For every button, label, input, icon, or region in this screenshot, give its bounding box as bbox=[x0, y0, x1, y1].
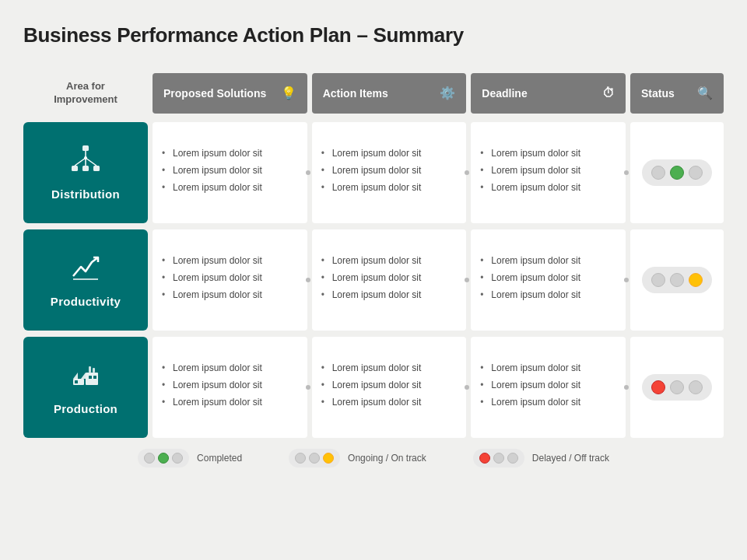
distribution-proposed-list: Lorem ipsum dolor sit Lorem ipsum dolor … bbox=[160, 147, 296, 198]
list-item: Lorem ipsum dolor sit bbox=[479, 396, 615, 409]
light-3 bbox=[689, 273, 703, 287]
list-item: Lorem ipsum dolor sit bbox=[320, 254, 456, 268]
list-item: Lorem ipsum dolor sit bbox=[160, 289, 296, 302]
list-item: Lorem ipsum dolor sit bbox=[160, 254, 296, 268]
svg-rect-18 bbox=[93, 376, 96, 379]
deadline-label: Deadline bbox=[482, 87, 527, 100]
light-3 bbox=[689, 380, 703, 394]
legend-light bbox=[507, 453, 518, 464]
legend-completed-lights bbox=[138, 449, 189, 467]
light-2 bbox=[670, 166, 684, 180]
status-header: Status 🔍 bbox=[630, 73, 724, 114]
productivity-action-list: Lorem ipsum dolor sit Lorem ipsum dolor … bbox=[320, 254, 456, 305]
legend-ongoing-lights bbox=[289, 449, 340, 467]
deadline-header: Deadline ⏱ bbox=[471, 73, 626, 114]
list-item: Lorem ipsum dolor sit bbox=[320, 181, 456, 194]
svg-line-5 bbox=[75, 158, 86, 166]
svg-marker-13 bbox=[81, 373, 86, 379]
svg-rect-3 bbox=[93, 166, 100, 171]
list-item: Lorem ipsum dolor sit bbox=[479, 164, 615, 177]
production-icon bbox=[70, 359, 101, 396]
legend-light bbox=[144, 453, 155, 464]
action-items-icon: ⚙️ bbox=[440, 86, 455, 100]
header-row: Area for Improvement Proposed Solutions … bbox=[23, 71, 724, 116]
distribution-deadline-list: Lorem ipsum dolor sit Lorem ipsum dolor … bbox=[479, 147, 615, 198]
distribution-traffic-lights bbox=[642, 159, 712, 186]
list-item: Lorem ipsum dolor sit bbox=[160, 362, 296, 375]
productivity-label: Productivity bbox=[51, 295, 121, 308]
distribution-icon bbox=[70, 144, 101, 181]
action-items-label: Action Items bbox=[323, 87, 388, 100]
list-item: Lorem ipsum dolor sit bbox=[160, 396, 296, 409]
distribution-action-list: Lorem ipsum dolor sit Lorem ipsum dolor … bbox=[320, 147, 456, 198]
list-item: Lorem ipsum dolor sit bbox=[160, 271, 296, 285]
legend-light bbox=[158, 453, 169, 464]
table-row: Production Lorem ipsum dolor sit Lorem i… bbox=[23, 337, 724, 438]
legend-light bbox=[493, 453, 504, 464]
production-deadline: Lorem ipsum dolor sit Lorem ipsum dolor … bbox=[471, 337, 626, 438]
productivity-area-cell: Productivity bbox=[23, 229, 148, 331]
svg-rect-16 bbox=[75, 380, 78, 383]
legend-completed: Completed bbox=[138, 449, 242, 467]
legend-completed-label: Completed bbox=[197, 453, 242, 464]
legend-ongoing: Ongoing / On track bbox=[289, 449, 426, 467]
legend: Completed Ongoing / On track Delayed / O… bbox=[23, 449, 724, 467]
legend-light bbox=[479, 453, 490, 464]
productivity-action-items: Lorem ipsum dolor sit Lorem ipsum dolor … bbox=[312, 229, 467, 331]
distribution-area-cell: Distribution bbox=[23, 122, 148, 223]
list-item: Lorem ipsum dolor sit bbox=[160, 164, 296, 177]
distribution-status bbox=[630, 122, 724, 223]
proposed-solutions-icon: 💡 bbox=[281, 86, 296, 100]
list-item: Lorem ipsum dolor sit bbox=[320, 147, 456, 160]
light-2 bbox=[670, 380, 684, 394]
production-status bbox=[630, 337, 724, 438]
data-rows: Distribution Lorem ipsum dolor sit Lorem… bbox=[23, 122, 724, 438]
production-action-list: Lorem ipsum dolor sit Lorem ipsum dolor … bbox=[320, 362, 456, 412]
list-item: Lorem ipsum dolor sit bbox=[320, 164, 456, 177]
distribution-label: Distribution bbox=[51, 187, 120, 201]
svg-rect-17 bbox=[89, 376, 92, 379]
deadline-icon: ⏱ bbox=[602, 86, 615, 100]
action-items-header: Action Items ⚙️ bbox=[312, 73, 467, 114]
legend-delayed-lights bbox=[473, 449, 524, 467]
area-header: Area for Improvement bbox=[23, 71, 148, 116]
svg-marker-12 bbox=[73, 373, 78, 379]
light-1 bbox=[651, 273, 665, 287]
list-item: Lorem ipsum dolor sit bbox=[160, 379, 296, 392]
productivity-traffic-lights bbox=[642, 267, 712, 293]
legend-light bbox=[295, 453, 306, 464]
list-item: Lorem ipsum dolor sit bbox=[479, 254, 615, 268]
legend-light bbox=[172, 453, 183, 464]
list-item: Lorem ipsum dolor sit bbox=[320, 396, 456, 409]
production-deadline-list: Lorem ipsum dolor sit Lorem ipsum dolor … bbox=[479, 362, 615, 412]
productivity-deadline-list: Lorem ipsum dolor sit Lorem ipsum dolor … bbox=[479, 254, 615, 305]
page: Business Performance Action Plan – Summa… bbox=[0, 0, 747, 560]
status-label: Status bbox=[641, 87, 675, 100]
legend-delayed-label: Delayed / Off track bbox=[532, 453, 609, 464]
status-icon: 🔍 bbox=[697, 86, 713, 100]
productivity-proposed-list: Lorem ipsum dolor sit Lorem ipsum dolor … bbox=[160, 254, 296, 305]
svg-rect-1 bbox=[72, 166, 78, 171]
list-item: Lorem ipsum dolor sit bbox=[479, 271, 615, 285]
legend-light bbox=[309, 453, 320, 464]
proposed-solutions-header: Proposed Solutions 💡 bbox=[153, 73, 307, 114]
legend-ongoing-label: Ongoing / On track bbox=[348, 453, 426, 464]
list-item: Lorem ipsum dolor sit bbox=[479, 379, 615, 392]
light-1 bbox=[651, 166, 665, 180]
production-proposed-solutions: Lorem ipsum dolor sit Lorem ipsum dolor … bbox=[153, 337, 307, 438]
proposed-solutions-label: Proposed Solutions bbox=[163, 87, 266, 100]
svg-rect-10 bbox=[86, 373, 98, 385]
productivity-icon bbox=[70, 251, 101, 289]
distribution-proposed-solutions: Lorem ipsum dolor sit Lorem ipsum dolor … bbox=[153, 122, 307, 223]
svg-rect-14 bbox=[89, 366, 91, 373]
light-2 bbox=[670, 273, 684, 287]
area-header-label: Area for Improvement bbox=[54, 80, 117, 107]
productivity-proposed-solutions: Lorem ipsum dolor sit Lorem ipsum dolor … bbox=[153, 229, 307, 331]
svg-rect-2 bbox=[82, 166, 89, 171]
legend-light bbox=[323, 453, 334, 464]
list-item: Lorem ipsum dolor sit bbox=[479, 181, 615, 194]
production-proposed-list: Lorem ipsum dolor sit Lorem ipsum dolor … bbox=[160, 362, 296, 412]
production-area-cell: Production bbox=[23, 337, 148, 438]
list-item: Lorem ipsum dolor sit bbox=[320, 289, 456, 302]
svg-point-8 bbox=[84, 156, 87, 159]
